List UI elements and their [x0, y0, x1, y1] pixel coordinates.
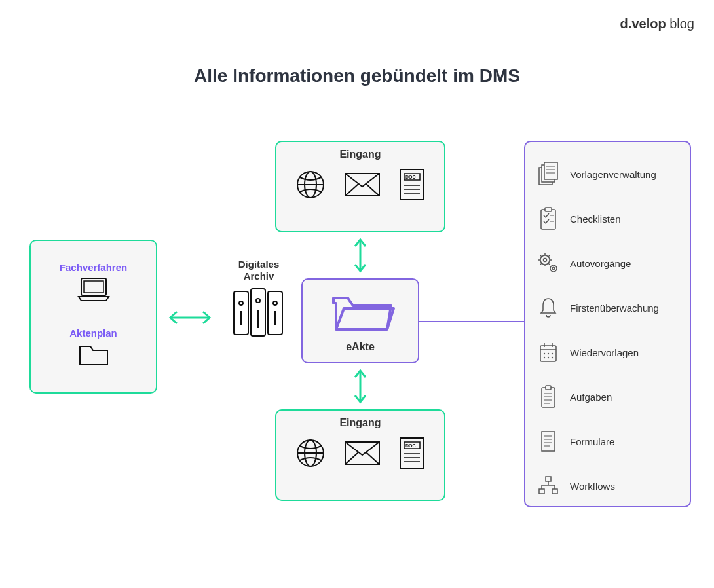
feature-label: Vorlagenverwaltung	[570, 169, 656, 180]
svg-rect-71	[546, 386, 551, 390]
feature-label: Firstenüberwachung	[570, 303, 659, 314]
eakte-box: eAkte	[301, 278, 419, 363]
feature-label: Checklisten	[570, 213, 621, 225]
feature-label: Workflows	[570, 481, 615, 492]
svg-point-69	[552, 357, 553, 358]
eakte-folder-icon	[324, 289, 396, 339]
fachverfahren-item: Fachverfahren	[31, 262, 156, 306]
fachverfahren-label: Fachverfahren	[31, 262, 156, 273]
feature-vorlagen: Vorlagenverwaltung	[532, 152, 683, 196]
brand-light: blog	[666, 16, 694, 31]
doc-icon: DOC	[398, 167, 426, 202]
svg-line-56	[540, 263, 542, 265]
svg-point-65	[548, 353, 549, 354]
svg-text:DOC: DOC	[405, 443, 416, 448]
feature-label: Autovorgänge	[570, 258, 631, 269]
binders-icon	[226, 282, 291, 341]
feature-label: Aufgaben	[570, 392, 612, 403]
eingang-bottom-box: Eingang DOC	[275, 409, 445, 501]
feature-aufgaben: Aufgaben	[532, 375, 683, 419]
svg-rect-82	[539, 489, 544, 494]
svg-rect-44	[541, 210, 555, 229]
svg-rect-40	[544, 162, 557, 179]
arrow-top-eakte	[350, 234, 370, 276]
svg-point-8	[256, 299, 260, 303]
eingang-top-box: Eingang DOC	[275, 141, 445, 232]
svg-line-17	[366, 184, 379, 196]
feature-label: Formulare	[570, 436, 614, 447]
aktenplan-label: Aktenplan	[31, 327, 156, 339]
svg-point-59	[552, 267, 555, 270]
svg-line-54	[540, 255, 542, 257]
svg-rect-83	[552, 489, 557, 494]
eakte-label: eAkte	[346, 341, 375, 353]
svg-point-48	[540, 255, 550, 265]
calendar-icon	[538, 341, 559, 363]
globe-icon	[294, 168, 327, 201]
svg-point-6	[239, 301, 243, 305]
svg-text:DOC: DOC	[405, 175, 416, 179]
templates-icon	[537, 162, 559, 187]
svg-line-55	[548, 263, 550, 265]
archive-label-1: Digitales	[238, 259, 280, 270]
laptop-icon	[75, 276, 113, 303]
brand-logo: d.velop blog	[620, 16, 694, 31]
form-icon	[539, 430, 557, 453]
eingang-bottom-title: Eingang	[276, 417, 444, 429]
checklist-icon	[538, 206, 559, 231]
bell-icon	[538, 296, 559, 320]
arrow-bottom-eakte	[350, 365, 370, 407]
aktenplan-item: Aktenplan	[31, 327, 156, 371]
brand-bold: d.velop	[620, 16, 666, 31]
clipboard-icon	[538, 384, 558, 409]
feature-autovorgaenge: Autovorgänge	[532, 241, 683, 285]
right-features-panel: Vorlagenverwaltung Checklisten Autovorgä…	[524, 141, 691, 507]
diagram-title: Alle Informationen gebündelt im DMS	[0, 65, 714, 86]
doc-icon: DOC	[398, 435, 426, 471]
svg-point-67	[544, 357, 545, 358]
eingang-top-title: Eingang	[276, 149, 444, 160]
svg-line-16	[345, 184, 358, 196]
svg-line-30	[366, 452, 379, 464]
svg-line-57	[548, 255, 550, 257]
gears-icon	[536, 251, 560, 275]
folder-icon	[75, 341, 113, 369]
workflow-icon	[536, 475, 560, 497]
globe-icon	[294, 437, 327, 469]
connector-line	[419, 321, 524, 322]
svg-point-68	[548, 357, 549, 358]
svg-point-49	[544, 259, 547, 262]
feature-label: Wiedervorlagen	[570, 347, 639, 358]
svg-point-66	[552, 353, 553, 354]
svg-rect-81	[546, 477, 551, 481]
svg-line-29	[345, 452, 358, 464]
arrow-left-archive	[164, 308, 216, 327]
svg-rect-76	[542, 432, 555, 451]
feature-checklisten: Checklisten	[532, 196, 683, 241]
digitales-archiv-block: DigitalesArchiv	[219, 259, 298, 344]
svg-point-10	[273, 301, 277, 305]
feature-firsten: Firstenüberwachung	[532, 285, 683, 330]
feature-workflows: Workflows	[532, 464, 683, 508]
feature-formulare: Formulare	[532, 419, 683, 464]
left-sources-box: Fachverfahren Aktenplan	[29, 240, 157, 394]
svg-rect-1	[84, 281, 103, 293]
mail-icon	[343, 439, 382, 467]
svg-rect-45	[545, 208, 552, 211]
svg-point-58	[550, 265, 557, 272]
archive-label-2: Archiv	[244, 270, 274, 282]
svg-rect-70	[542, 388, 555, 407]
mail-icon	[343, 171, 382, 198]
feature-wiedervorlagen: Wiedervorlagen	[532, 330, 683, 375]
svg-point-64	[544, 353, 545, 354]
